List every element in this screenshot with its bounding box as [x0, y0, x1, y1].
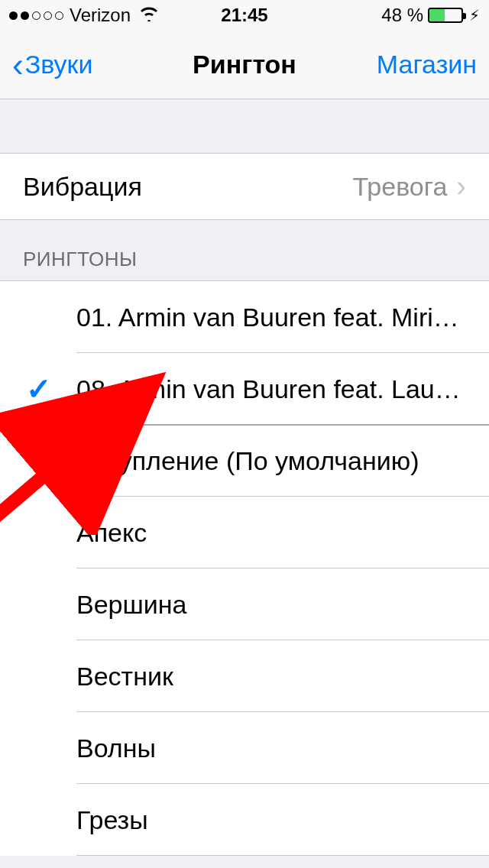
ringtones-list: 01. Armin van Buuren feat. Miri… ✓ 08. A… — [0, 280, 489, 856]
status-bar: Verizon 21:45 48 % ⚡︎ — [0, 0, 489, 31]
nav-bar: ‹ Звуки Рингтон Магазин — [0, 31, 489, 99]
store-button[interactable]: Магазин — [377, 50, 477, 79]
ringtone-label: 01. Armin van Buuren feat. Miri… — [76, 303, 466, 332]
ringtones-header: РИНГТОНЫ — [0, 220, 489, 280]
ringtone-label: Грезы — [76, 805, 466, 835]
ringtone-item[interactable]: Волны — [0, 712, 489, 784]
signal-strength-icon — [9, 11, 63, 20]
chevron-right-icon: › — [456, 170, 466, 203]
vibration-label: Вибрация — [23, 172, 353, 202]
ringtone-label: Апекс — [76, 518, 466, 548]
carrier-label: Verizon — [70, 5, 131, 26]
ringtone-item[interactable]: Вступление (По умолчанию) — [0, 425, 489, 497]
ringtone-item[interactable]: Грезы — [0, 784, 489, 856]
ringtone-label: Волны — [76, 734, 466, 763]
status-left: Verizon — [9, 5, 160, 26]
ringtone-item[interactable]: Вершина — [0, 568, 489, 640]
status-time: 21:45 — [221, 5, 267, 26]
ringtone-item[interactable]: Вестник — [0, 640, 489, 712]
battery-percent: 48 % — [381, 5, 423, 26]
wifi-icon — [138, 5, 160, 26]
ringtone-label: 08. Armin van Buuren feat. Lau… — [76, 374, 466, 404]
status-right: 48 % ⚡︎ — [381, 5, 480, 26]
battery-icon — [428, 8, 463, 23]
vibration-value: Тревога — [353, 172, 448, 202]
back-button[interactable]: ‹ Звуки — [12, 48, 92, 82]
ringtone-item[interactable]: ✓ 08. Armin van Buuren feat. Lau… — [0, 353, 489, 425]
chevron-left-icon: ‹ — [12, 48, 24, 82]
back-label: Звуки — [25, 50, 93, 79]
checkmark-icon: ✓ — [26, 371, 52, 406]
ringtone-label: Вступление (По умолчанию) — [76, 446, 466, 476]
divider-shadow — [0, 424, 489, 426]
ringtone-item[interactable]: Апекс — [0, 497, 489, 568]
ringtone-label: Вестник — [76, 662, 466, 691]
ringtone-label: Вершина — [76, 590, 466, 620]
charging-icon: ⚡︎ — [469, 6, 480, 24]
vibration-cell[interactable]: Вибрация Тревога › — [0, 153, 489, 220]
battery-fill — [429, 9, 445, 21]
ringtone-item[interactable]: 01. Armin van Buuren feat. Miri… — [0, 281, 489, 353]
page-title: Рингтон — [193, 50, 296, 79]
